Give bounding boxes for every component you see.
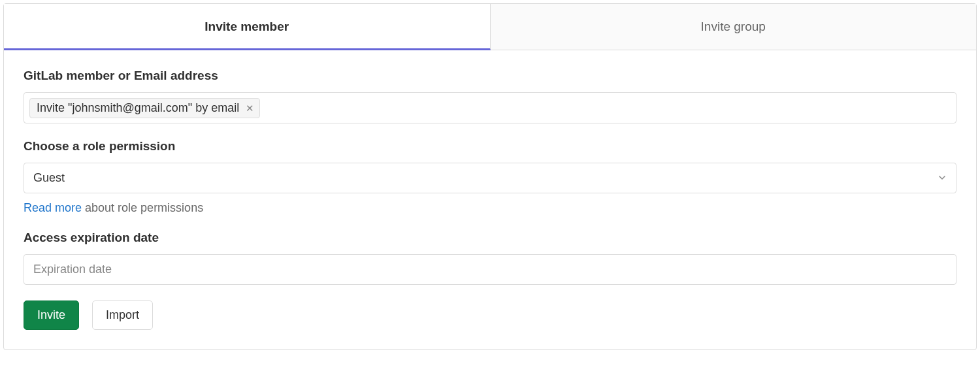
member-label: GitLab member or Email address [24, 69, 956, 83]
tab-invite-group[interactable]: Invite group [491, 4, 977, 50]
role-group: Choose a role permission Guest Read more… [24, 139, 956, 215]
tabs: Invite member Invite group [4, 4, 976, 50]
invite-panel: Invite member Invite group GitLab member… [3, 3, 977, 350]
email-token-text: Invite "johnsmith@gmail.com" by email [37, 101, 239, 115]
tab-invite-member[interactable]: Invite member [4, 4, 491, 50]
member-token-input[interactable]: Invite "johnsmith@gmail.com" by email ✕ [24, 92, 956, 123]
read-more-link[interactable]: Read more [24, 201, 82, 214]
role-helper-suffix: about role permissions [82, 201, 203, 214]
close-icon[interactable]: ✕ [246, 103, 254, 113]
expiration-group: Access expiration date [24, 231, 956, 285]
invite-button[interactable]: Invite [24, 300, 79, 330]
expiration-input[interactable] [24, 254, 956, 285]
button-row: Invite Import [24, 300, 956, 330]
role-helper: Read more about role permissions [24, 201, 956, 215]
import-button[interactable]: Import [92, 300, 153, 330]
member-group: GitLab member or Email address Invite "j… [24, 69, 956, 123]
role-label: Choose a role permission [24, 139, 956, 154]
email-token[interactable]: Invite "johnsmith@gmail.com" by email ✕ [29, 98, 260, 118]
form-content: GitLab member or Email address Invite "j… [4, 50, 976, 349]
expiration-label: Access expiration date [24, 231, 956, 245]
role-select-wrapper: Guest [24, 163, 956, 193]
role-select[interactable]: Guest [24, 163, 956, 193]
